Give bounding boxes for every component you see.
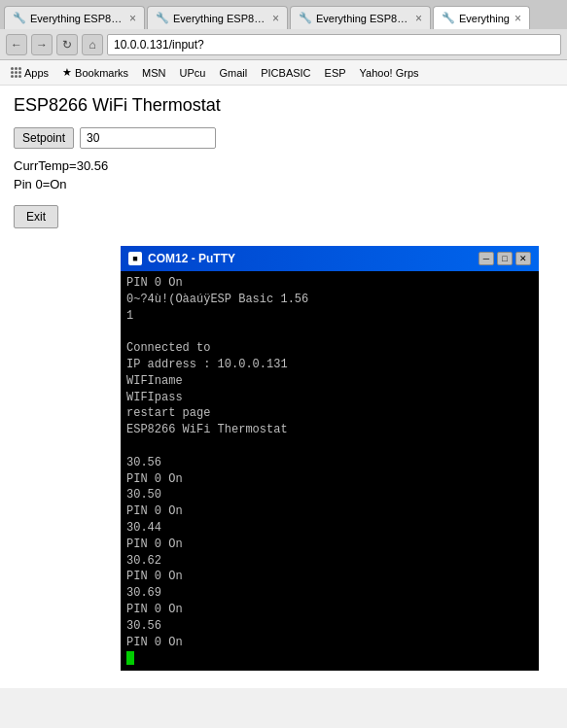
tab-3-label: Everything ESP8266 -	[316, 13, 411, 24]
terminal-line: 30.50	[126, 487, 533, 503]
bookmark-yahoo-label: Yahoo! Grps	[360, 67, 419, 79]
putty-window: ■ COM12 - PuTTY ─ □ ✕ PIN 0 On0~?4ù!(Oàa…	[121, 246, 539, 671]
bookmark-yahoo[interactable]: Yahoo! Grps	[355, 65, 424, 81]
bookmark-esp[interactable]: ESP	[320, 65, 351, 81]
tab-3-favicon: 🔧	[299, 12, 312, 25]
putty-window-buttons: ─ □ ✕	[478, 252, 531, 265]
terminal-line: PIN 0 On	[126, 602, 533, 618]
tab-4-close[interactable]: ×	[514, 12, 521, 25]
terminal-line: 1	[126, 308, 533, 325]
tab-1-favicon: 🔧	[13, 12, 26, 25]
page-content: ESP8266 WiFi Thermostat Setpoint CurrTem…	[0, 86, 567, 688]
bookmark-picbasic[interactable]: PICBASIC	[256, 65, 315, 81]
bookmark-apps-label: Apps	[24, 67, 49, 79]
terminal-line: restart page	[126, 405, 533, 422]
terminal-line: PIN 0 On	[126, 471, 533, 488]
terminal-line: 30.56	[126, 618, 533, 635]
tab-3-close[interactable]: ×	[415, 12, 422, 25]
tab-1-close[interactable]: ×	[129, 12, 136, 25]
navigation-bar: ← → ↻ ⌂	[0, 29, 567, 60]
tab-2-close[interactable]: ×	[272, 12, 279, 25]
apps-icon	[11, 67, 21, 78]
bookmark-picbasic-label: PICBASIC	[261, 67, 310, 79]
terminal-cursor	[126, 651, 134, 665]
pin-status-display: Pin 0=On	[14, 177, 553, 191]
tab-4[interactable]: 🔧 Everything ×	[433, 6, 530, 29]
terminal-line: 30.44	[126, 520, 533, 537]
curr-temp-display: CurrTemp=30.56	[14, 158, 553, 173]
tab-2-favicon: 🔧	[156, 12, 169, 25]
setpoint-input[interactable]	[80, 127, 216, 149]
tab-1-label: Everything ESP8266 -	[30, 13, 125, 24]
bookmark-star-icon: ★	[62, 66, 72, 79]
setpoint-row: Setpoint	[14, 127, 553, 149]
home-button[interactable]: ⌂	[82, 34, 103, 55]
tab-2[interactable]: 🔧 Everything ESP8266 - ×	[147, 6, 288, 29]
terminal-line: 30.56	[126, 455, 533, 471]
page-title: ESP8266 WiFi Thermostat	[14, 95, 553, 116]
terminal-line	[126, 438, 533, 455]
putty-icon: ■	[128, 252, 142, 265]
terminal-cursor-line	[126, 650, 533, 667]
terminal-line: ESP8266 WiFi Thermostat	[126, 422, 533, 438]
terminal-line: WIFIname	[126, 373, 533, 390]
bookmark-bookmarks-label: Bookmarks	[75, 67, 128, 79]
putty-terminal[interactable]: PIN 0 On0~?4ù!(OàaúÿESP Basic 1.561Conne…	[121, 271, 539, 671]
terminal-line: PIN 0 On	[126, 275, 533, 292]
terminal-line: PIN 0 On	[126, 537, 533, 553]
setpoint-button[interactable]: Setpoint	[14, 127, 74, 149]
terminal-line: 30.62	[126, 553, 533, 570]
bookmark-esp-label: ESP	[325, 67, 346, 79]
address-input[interactable]	[107, 34, 561, 55]
tab-4-label: Everything	[459, 13, 511, 24]
terminal-line: PIN 0 On	[126, 569, 533, 585]
bookmark-upcu[interactable]: UPcu	[175, 65, 211, 81]
putty-maximize-button[interactable]: □	[497, 252, 513, 265]
bookmark-gmail-label: Gmail	[219, 67, 247, 79]
putty-close-button[interactable]: ✕	[515, 252, 531, 265]
putty-minimize-button[interactable]: ─	[478, 252, 494, 265]
bookmark-msn-label: MSN	[142, 67, 165, 79]
tab-4-favicon: 🔧	[442, 12, 455, 25]
terminal-line: 0~?4ù!(OàaúÿESP Basic 1.56	[126, 292, 533, 308]
bookmarks-bar: Apps ★ Bookmarks MSN UPcu Gmail PICBASIC…	[0, 60, 567, 86]
tab-3[interactable]: 🔧 Everything ESP8266 - ×	[290, 6, 431, 29]
terminal-line	[126, 324, 533, 340]
bookmark-apps[interactable]: Apps	[6, 65, 53, 81]
tab-2-label: Everything ESP8266 -	[173, 13, 268, 24]
putty-titlebar: ■ COM12 - PuTTY ─ □ ✕	[121, 246, 539, 271]
terminal-line: PIN 0 On	[126, 503, 533, 520]
terminal-line: IP address : 10.0.0.131	[126, 357, 533, 373]
bookmark-upcu-label: UPcu	[180, 67, 206, 79]
bookmark-msn[interactable]: MSN	[137, 65, 170, 81]
putty-title: COM12 - PuTTY	[148, 252, 473, 265]
exit-button[interactable]: Exit	[14, 205, 58, 228]
tab-1[interactable]: 🔧 Everything ESP8266 - ×	[4, 6, 145, 29]
bookmark-bookmarks[interactable]: ★ Bookmarks	[57, 64, 133, 81]
forward-button[interactable]: →	[31, 34, 53, 55]
terminal-line: PIN 0 On	[126, 635, 533, 651]
browser-tabs: 🔧 Everything ESP8266 - × 🔧 Everything ES…	[0, 0, 567, 29]
terminal-line: 30.69	[126, 585, 533, 602]
reload-button[interactable]: ↻	[56, 34, 78, 55]
back-button[interactable]: ←	[6, 34, 27, 55]
bookmark-gmail[interactable]: Gmail	[214, 65, 252, 81]
terminal-line: WIFIpass	[126, 390, 533, 406]
terminal-line: Connected to	[126, 340, 533, 357]
